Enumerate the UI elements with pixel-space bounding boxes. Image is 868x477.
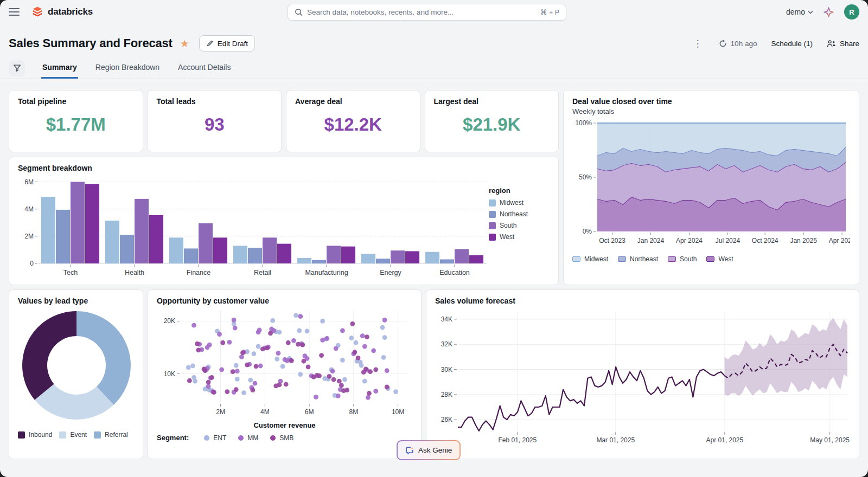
- legend-label: Inbound: [29, 431, 52, 439]
- ask-genie-label: Ask Genie: [418, 446, 452, 454]
- legend-swatch: [94, 431, 101, 439]
- assistant-sparkle-icon[interactable]: [823, 7, 834, 18]
- filter-funnel-icon: [13, 64, 21, 72]
- top-navigation-bar: databricks ⌘ + P demo R: [0, 0, 868, 24]
- legend-swatch: [489, 199, 496, 207]
- legend-item[interactable]: SMB: [270, 434, 293, 442]
- legend-label: Northeast: [500, 210, 528, 218]
- filter-button[interactable]: [9, 60, 25, 76]
- chart-title: Opportunity by customer value: [157, 296, 412, 305]
- legend-item[interactable]: West: [489, 233, 541, 241]
- pencil-icon: [206, 40, 214, 47]
- forecast-line-chart[interactable]: 26K28K30K32K34KFeb 01, 2025Mar 01, 2025A…: [435, 305, 854, 447]
- svg-text:Tech: Tech: [63, 269, 78, 276]
- databricks-wordmark: databricks: [48, 7, 93, 17]
- tab-summary[interactable]: Summary: [41, 57, 78, 79]
- legend-label: Event: [70, 431, 87, 439]
- search-shortcut-hint: ⌘ + P: [540, 8, 559, 16]
- legend-label: ENT: [213, 434, 226, 442]
- svg-text:2M: 2M: [216, 408, 225, 416]
- svg-text:0%: 0%: [583, 228, 592, 235]
- legend-label: West: [500, 233, 514, 241]
- dashboard-canvas: Total pipeline $1.77M Total leads 93 Ave…: [0, 79, 868, 459]
- svg-text:Education: Education: [439, 269, 470, 276]
- legend-swatch: [59, 431, 66, 439]
- svg-text:Jan 2025: Jan 2025: [790, 237, 817, 244]
- stacked-area-chart[interactable]: 0%50%100%Oct 2023Jan 2024Apr 2024Jul 202…: [572, 115, 850, 250]
- svg-text:26K: 26K: [441, 416, 452, 423]
- svg-text:30K: 30K: [441, 366, 452, 373]
- ask-genie-button[interactable]: Ask Genie: [397, 440, 461, 460]
- user-avatar[interactable]: R: [844, 4, 859, 20]
- schedule-button[interactable]: Schedule (1): [771, 40, 813, 48]
- refresh-status[interactable]: 10h ago: [719, 40, 757, 48]
- legend-item[interactable]: Northeast: [618, 255, 658, 263]
- kpi-card-total-leads: Total leads 93: [148, 90, 282, 152]
- scatter-x-axis-label: Customer revenue: [157, 421, 412, 429]
- tab-account-details[interactable]: Account Details: [177, 57, 232, 79]
- svg-text:Oct 2023: Oct 2023: [599, 237, 626, 244]
- legend-swatch: [668, 256, 676, 262]
- page-title: Sales Summary and Forecast: [9, 36, 173, 50]
- legend-item[interactable]: Northeast: [489, 210, 541, 218]
- svg-text:May 01, 2025: May 01, 2025: [810, 436, 850, 444]
- legend-item[interactable]: Midwest: [572, 255, 608, 263]
- legend-label: South: [500, 222, 516, 229]
- kpi-card-total-pipeline: Total pipeline $1.77M: [9, 90, 143, 152]
- legend-item[interactable]: South: [489, 222, 541, 229]
- legend-swatch: [489, 211, 496, 218]
- workspace-selector[interactable]: demo: [786, 8, 813, 16]
- tab-region-breakdown[interactable]: Region Breakdown: [94, 57, 161, 79]
- legend-label: MM: [247, 434, 258, 442]
- svg-text:Mar 01, 2025: Mar 01, 2025: [596, 436, 635, 444]
- svg-text:Feb 01, 2025: Feb 01, 2025: [498, 436, 537, 444]
- overflow-menu-icon[interactable]: ⋮: [691, 38, 705, 49]
- svg-text:4M: 4M: [260, 408, 270, 416]
- svg-text:Manufacturing: Manufacturing: [305, 269, 348, 276]
- chart-title: Values by lead type: [18, 296, 134, 305]
- donut-chart[interactable]: [18, 305, 135, 426]
- legend-swatch: [572, 256, 580, 262]
- hamburger-menu-icon[interactable]: [9, 8, 20, 16]
- chart-card-deal-value-over-time: Deal value closed over time Weekly total…: [563, 90, 859, 285]
- svg-text:Finance: Finance: [187, 269, 211, 276]
- legend-item[interactable]: MM: [238, 434, 258, 442]
- svg-text:Retail: Retail: [254, 269, 271, 276]
- kpi-value: $1.77M: [18, 114, 134, 135]
- legend-label: South: [680, 255, 697, 263]
- chart-card-opportunity-by-customer-value: Opportunity by customer value 2M4M6M8M10…: [148, 289, 422, 459]
- legend-swatch: [18, 431, 25, 439]
- refresh-icon: [719, 40, 727, 48]
- legend-item[interactable]: ENT: [204, 434, 226, 442]
- legend-swatch: [489, 222, 496, 229]
- legend-item[interactable]: Inbound: [18, 431, 52, 439]
- chart-card-segment-breakdown: Segment breakdown 02M4M6MTechHealthFinan…: [9, 157, 559, 285]
- legend-item[interactable]: Event: [59, 431, 87, 439]
- tab-bar: Summary Region Breakdown Account Details: [0, 57, 868, 79]
- legend-item[interactable]: West: [706, 255, 733, 263]
- app-window: databricks ⌘ + P demo R: [0, 0, 868, 477]
- svg-text:6M: 6M: [305, 408, 314, 416]
- share-button[interactable]: Share: [827, 40, 859, 48]
- databricks-logo[interactable]: databricks: [31, 6, 93, 18]
- legend-item[interactable]: Referral: [94, 431, 128, 439]
- kpi-label: Largest deal: [434, 97, 550, 106]
- svg-text:0: 0: [30, 260, 34, 267]
- legend-label: Northeast: [630, 255, 658, 263]
- scatter-chart[interactable]: 2M4M6M8M10M10K20K: [157, 305, 413, 418]
- search-input[interactable]: [307, 8, 536, 16]
- global-search[interactable]: ⌘ + P: [288, 4, 566, 21]
- chart-card-values-by-lead-type: Values by lead type InboundEventReferral: [9, 289, 143, 459]
- svg-text:4M: 4M: [24, 205, 34, 213]
- svg-text:2M: 2M: [24, 233, 34, 240]
- svg-text:10M: 10M: [392, 408, 404, 416]
- svg-text:6M: 6M: [24, 178, 34, 186]
- edit-draft-button[interactable]: Edit Draft: [199, 35, 255, 51]
- share-people-icon: [827, 40, 836, 48]
- kpi-value: $12.2K: [295, 114, 411, 135]
- favorite-star-icon[interactable]: ★: [180, 37, 189, 50]
- legend-item[interactable]: South: [668, 255, 697, 263]
- legend-item[interactable]: Midwest: [489, 199, 541, 207]
- legend-label: Midwest: [500, 199, 524, 207]
- grouped-bar-chart[interactable]: 02M4M6MTechHealthFinanceRetailManufactur…: [18, 172, 489, 279]
